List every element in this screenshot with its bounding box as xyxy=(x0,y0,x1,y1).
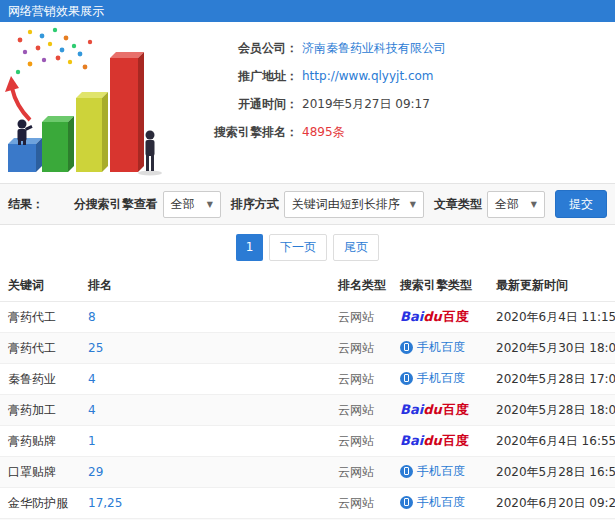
sort-filter-label: 排序方式 xyxy=(231,196,279,213)
member-info-panel: 会员公司： 济南秦鲁药业科技有限公司 推广地址： http://www.qlyy… xyxy=(0,22,615,183)
sort-filter-select[interactable]: 关键词由短到长排序 ▼ xyxy=(284,191,424,218)
rank-type-cell: 云网站 xyxy=(330,333,392,364)
engine-filter-select[interactable]: 全部 ▼ xyxy=(163,191,221,218)
engine-rank-row: 搜索引擎排名： 4895条 xyxy=(178,118,615,146)
promotion-url-row: 推广地址： http://www.qlyyjt.com xyxy=(178,62,615,90)
open-time-row: 开通时间： 2019年5月27日 09:17 xyxy=(178,90,615,118)
results-table: 关键词 排名 排名类型 搜索引擎类型 最新更新时间 膏药代工 8 云网站 Bai… xyxy=(0,270,615,520)
baidu-logo: Baidu百度 xyxy=(400,402,469,417)
update-time-cell: 2020年5月28日 18:03 xyxy=(488,395,615,426)
table-row: 金华防护服 17,25 云网站 手机百度 2020年6月20日 09:25 xyxy=(0,488,615,519)
keyword-cell: 膏药代工 xyxy=(0,333,80,364)
keyword-cell: 金华防护服 xyxy=(0,488,80,519)
company-label: 会员公司： xyxy=(178,40,298,57)
submit-button[interactable]: 提交 xyxy=(555,190,607,218)
rank-type-cell: 云网站 xyxy=(330,457,392,488)
member-info-fields: 会员公司： 济南秦鲁药业科技有限公司 推广地址： http://www.qlyy… xyxy=(178,22,615,183)
engine-cell: Baidu百度 xyxy=(392,426,488,457)
table-row: 秦鲁药业 4 云网站 手机百度 2020年5月28日 17:02 xyxy=(0,364,615,395)
header-rank: 排名 xyxy=(80,270,330,302)
baidu-logo: Baidu百度 xyxy=(400,433,469,448)
marketing-clipart xyxy=(0,22,178,183)
engine-cell: 手机百度 xyxy=(392,457,488,488)
engine-rank-label: 搜索引擎排名： xyxy=(178,124,298,141)
mobile-phone-icon xyxy=(400,372,413,385)
mobile-phone-icon xyxy=(400,496,413,509)
keyword-cell: 膏药加工 xyxy=(0,395,80,426)
chart-bars xyxy=(8,52,144,172)
chevron-down-icon: ▼ xyxy=(410,200,416,209)
page-title-bar: 网络营销效果展示 xyxy=(0,0,615,22)
mobile-baidu-logo: 手机百度 xyxy=(400,339,465,356)
update-time-cell: 2020年6月4日 11:15 xyxy=(488,302,615,333)
article-type-select[interactable]: 全部 ▼ xyxy=(487,191,545,218)
rank-cell[interactable]: 17,25 xyxy=(80,488,330,519)
confetti-dots xyxy=(16,28,92,74)
rank-cell[interactable]: 4 xyxy=(80,364,330,395)
article-type-value: 全部 xyxy=(495,196,519,213)
rank-cell[interactable]: 8 xyxy=(80,302,330,333)
rank-cell[interactable]: 4 xyxy=(80,395,330,426)
page-title: 网络营销效果展示 xyxy=(8,4,104,18)
open-time-value: 2019年5月27日 09:17 xyxy=(302,96,430,113)
update-time-cell: 2020年6月20日 09:25 xyxy=(488,488,615,519)
sort-filter-value: 关键词由短到长排序 xyxy=(292,196,400,213)
update-time-cell: 2020年5月28日 16:55 xyxy=(488,457,615,488)
engine-cell: 手机百度 xyxy=(392,364,488,395)
company-row: 会员公司： 济南秦鲁药业科技有限公司 xyxy=(178,34,615,62)
header-rank-type: 排名类型 xyxy=(330,270,392,302)
header-keyword: 关键词 xyxy=(0,270,80,302)
mobile-baidu-logo: 手机百度 xyxy=(400,370,465,387)
keyword-cell: 膏药代工 xyxy=(0,302,80,333)
rank-type-cell: 云网站 xyxy=(330,488,392,519)
keyword-cell: 膏药贴牌 xyxy=(0,426,80,457)
mobile-phone-icon xyxy=(400,465,413,478)
rank-cell[interactable]: 25 xyxy=(80,333,330,364)
rank-cell[interactable]: 1 xyxy=(80,426,330,457)
table-row: 口罩贴牌 29 云网站 手机百度 2020年5月28日 16:55 xyxy=(0,457,615,488)
keyword-cell: 秦鲁药业 xyxy=(0,364,80,395)
page-number-current[interactable]: 1 xyxy=(236,234,263,261)
update-time-cell: 2020年5月30日 18:06 xyxy=(488,333,615,364)
engine-filter-value: 全部 xyxy=(171,196,195,213)
filter-bar: 结果： 分搜索引擎查看 全部 ▼ 排序方式 关键词由短到长排序 ▼ 文章类型 全… xyxy=(0,183,615,225)
rank-type-cell: 云网站 xyxy=(330,302,392,333)
rank-type-cell: 云网站 xyxy=(330,395,392,426)
next-page-button[interactable]: 下一页 xyxy=(269,234,327,261)
pagination: 1 下一页 尾页 xyxy=(0,225,615,270)
engine-cell: 手机百度 xyxy=(392,333,488,364)
promotion-url-link[interactable]: http://www.qlyyjt.com xyxy=(302,69,434,83)
last-page-button[interactable]: 尾页 xyxy=(333,234,379,261)
mobile-baidu-logo: 手机百度 xyxy=(400,494,465,511)
engine-filter-label: 分搜索引擎查看 xyxy=(74,196,158,213)
promotion-url-label: 推广地址： xyxy=(178,68,298,85)
engine-rank-count: 4895条 xyxy=(302,124,345,141)
open-time-label: 开通时间： xyxy=(178,96,298,113)
result-label: 结果： xyxy=(8,196,44,213)
rank-type-cell: 云网站 xyxy=(330,426,392,457)
rank-type-cell: 云网站 xyxy=(330,364,392,395)
company-link[interactable]: 济南秦鲁药业科技有限公司 xyxy=(302,40,446,57)
growth-arrow xyxy=(5,76,30,120)
table-row: 膏药代工 8 云网站 Baidu百度 2020年6月4日 11:15 xyxy=(0,302,615,333)
chevron-down-icon: ▼ xyxy=(207,200,213,209)
header-update-time: 最新更新时间 xyxy=(488,270,615,302)
table-row: 膏药贴牌 1 云网站 Baidu百度 2020年6月4日 16:55 xyxy=(0,426,615,457)
mobile-phone-icon xyxy=(400,341,413,354)
keyword-cell: 口罩贴牌 xyxy=(0,457,80,488)
baidu-logo: Baidu百度 xyxy=(400,309,469,324)
engine-cell: 手机百度 xyxy=(392,488,488,519)
table-row: 膏药代工 25 云网站 手机百度 2020年5月30日 18:06 xyxy=(0,333,615,364)
table-header-row: 关键词 排名 排名类型 搜索引擎类型 最新更新时间 xyxy=(0,270,615,302)
header-engine-type: 搜索引擎类型 xyxy=(392,270,488,302)
rank-cell[interactable]: 29 xyxy=(80,457,330,488)
article-type-label: 文章类型 xyxy=(434,196,482,213)
engine-cell: Baidu百度 xyxy=(392,302,488,333)
table-body: 膏药代工 8 云网站 Baidu百度 2020年6月4日 11:15 膏药代工 … xyxy=(0,302,615,520)
table-row: 膏药加工 4 云网站 Baidu百度 2020年5月28日 18:03 xyxy=(0,395,615,426)
filter-group: 分搜索引擎查看 全部 ▼ 排序方式 关键词由短到长排序 ▼ 文章类型 全部 ▼ … xyxy=(64,190,607,218)
update-time-cell: 2020年6月4日 16:55 xyxy=(488,426,615,457)
results-table-wrap: 关键词 排名 排名类型 搜索引擎类型 最新更新时间 膏药代工 8 云网站 Bai… xyxy=(0,270,615,520)
update-time-cell: 2020年5月28日 17:02 xyxy=(488,364,615,395)
engine-cell: Baidu百度 xyxy=(392,395,488,426)
